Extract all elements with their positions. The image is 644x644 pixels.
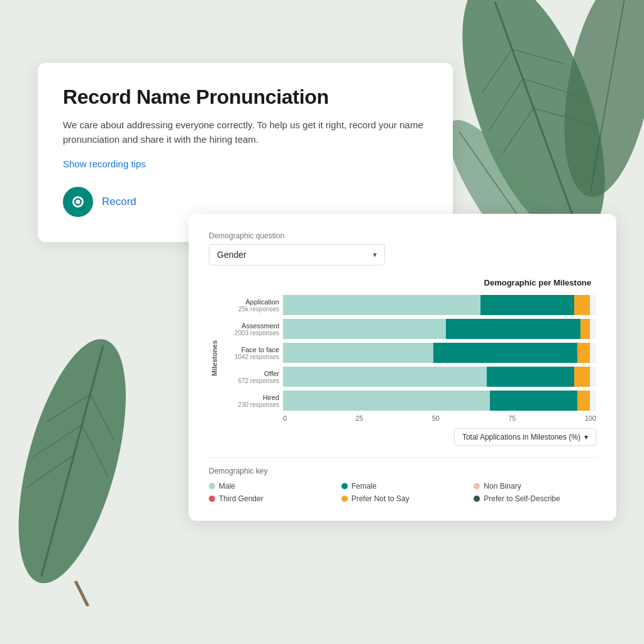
- bar-segment: [577, 391, 590, 411]
- bar-segment: [283, 391, 490, 411]
- bar-segment: [283, 343, 433, 363]
- record-icon-dot: [76, 199, 80, 204]
- svg-line-19: [75, 581, 88, 606]
- table-row: Offer672 responses: [223, 367, 596, 387]
- legend-item: Female: [341, 482, 464, 491]
- bar-container: [283, 343, 596, 363]
- legend-item: Prefer Not to Say: [341, 494, 464, 503]
- demographic-dropdown-value: Gender: [217, 250, 247, 260]
- record-icon-ring: [72, 196, 84, 208]
- legend-dot: [209, 496, 215, 502]
- x-axis-tick: 100: [585, 414, 596, 422]
- chevron-down-icon: ▾: [373, 250, 377, 259]
- table-row: Application25k responses: [223, 295, 596, 315]
- row-label: Offer672 responses: [223, 370, 279, 384]
- legend-label: Non Binary: [484, 482, 521, 491]
- legend-dot: [474, 496, 480, 502]
- total-apps-dropdown-wrapper: Total Applications in Milestones (%) ▾: [209, 428, 596, 446]
- legend-item: Third Gender: [209, 494, 331, 503]
- card-description: We care about addressing everyone correc…: [63, 118, 428, 147]
- svg-point-12: [0, 328, 147, 594]
- legend-item: Non Binary: [474, 482, 596, 491]
- bar-segment: [433, 343, 577, 363]
- bar-segment: [574, 295, 590, 315]
- legend-label: Prefer Not to Say: [352, 494, 409, 503]
- bar-container: [283, 319, 596, 339]
- x-axis-tick: 25: [355, 414, 363, 422]
- bar-segment: [490, 391, 577, 411]
- total-apps-label: Total Applications in Milestones (%): [462, 433, 580, 441]
- record-button-row: Record: [63, 187, 428, 217]
- bar-segment: [487, 367, 574, 387]
- show-recording-tips-link[interactable]: Show recording tips: [63, 158, 146, 169]
- row-label: Hired230 responses: [223, 394, 279, 408]
- demographics-card: Demographic question Gender ▾ Demographi…: [189, 214, 616, 521]
- legend-label: Third Gender: [219, 494, 264, 503]
- legend-title: Demographic key: [209, 467, 596, 475]
- bar-segment: [283, 319, 446, 339]
- legend-label: Male: [219, 482, 235, 491]
- total-apps-dropdown[interactable]: Total Applications in Milestones (%) ▾: [454, 428, 596, 446]
- record-icon-button[interactable]: [63, 187, 93, 217]
- record-label[interactable]: Record: [102, 196, 136, 208]
- bar-container: [283, 391, 596, 411]
- bar-segment: [283, 367, 487, 387]
- legend-grid: MaleFemaleNon BinaryThird GenderPrefer N…: [209, 482, 596, 503]
- demographic-dropdown[interactable]: Gender ▾: [209, 244, 385, 265]
- row-label: Face to face1042 responses: [223, 346, 279, 360]
- chart-rows-wrapper: Application25k responsesAssessment2003 r…: [223, 295, 596, 411]
- x-axis-tick: 50: [432, 414, 440, 422]
- bar-container: [283, 295, 596, 315]
- x-axis-tick: 0: [283, 414, 287, 422]
- legend-dot: [209, 483, 215, 489]
- table-row: Face to face1042 responses: [223, 343, 596, 363]
- legend-section: Demographic key MaleFemaleNon BinaryThir…: [209, 457, 596, 503]
- bar-segment: [446, 319, 580, 339]
- chart-main: Application25k responsesAssessment2003 r…: [223, 295, 596, 422]
- bar-segment: [580, 319, 590, 339]
- chart-area: Milestones Application25k responsesAsses…: [209, 295, 596, 422]
- legend-dot: [341, 496, 348, 502]
- chart-rows: Application25k responsesAssessment2003 r…: [223, 295, 596, 411]
- card-title: Record Name Pronunciation: [63, 86, 428, 109]
- demographic-question-label: Demographic question: [209, 231, 596, 240]
- legend-dot: [341, 483, 348, 489]
- row-label: Application25k responses: [223, 298, 279, 313]
- x-axis: 0255075100: [283, 414, 596, 422]
- table-row: Assessment2003 responses: [223, 319, 596, 339]
- bar-segment: [283, 295, 480, 315]
- legend-label: Female: [352, 482, 377, 491]
- legend-label: Prefer to Self-Describe: [484, 494, 560, 503]
- chart-title: Demographic per Milestone: [209, 278, 591, 287]
- leaf-bottom-left-decoration: [0, 292, 170, 606]
- y-axis-label: Milestones: [209, 295, 220, 422]
- total-apps-chevron-icon: ▾: [584, 433, 588, 441]
- legend-dot: [474, 483, 480, 489]
- bar-segment: [577, 343, 590, 363]
- row-label: Assessment2003 responses: [223, 322, 279, 336]
- bar-segment: [574, 367, 590, 387]
- x-axis-tick: 75: [508, 414, 516, 422]
- legend-item: Male: [209, 482, 331, 491]
- table-row: Hired230 responses: [223, 391, 596, 411]
- legend-item: Prefer to Self-Describe: [474, 494, 596, 503]
- bar-container: [283, 367, 596, 387]
- bar-segment: [480, 295, 574, 315]
